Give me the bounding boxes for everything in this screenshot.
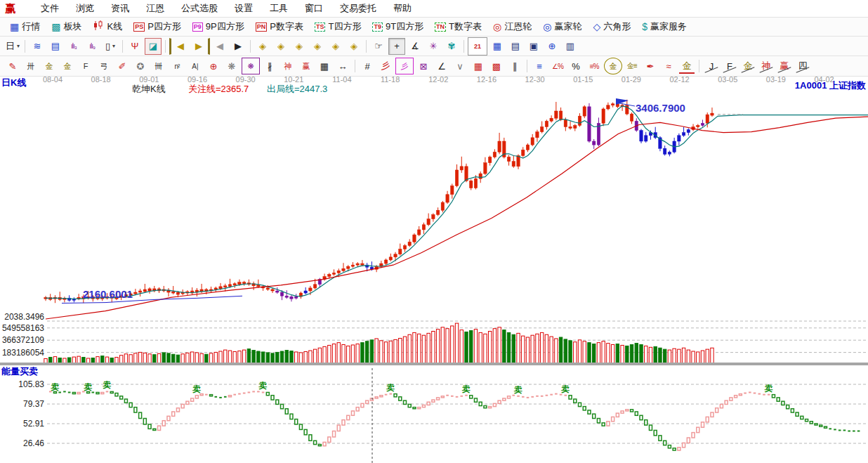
angle-lines-tool[interactable]: ∠ [433,58,450,74]
win-angle-tool[interactable]: 赢 [776,58,793,74]
width-arrows-tool[interactable]: ↔ [334,58,351,74]
gold-levels-tool[interactable]: 金≡ [624,58,640,74]
percent-levels-tool[interactable]: ≡% [586,58,603,74]
cloud-tool-icon[interactable]: ✾ [443,38,460,55]
percent-slope-tool[interactable]: ∠% [549,58,566,74]
info-list-icon[interactable]: ▤ [47,38,64,55]
report-icon[interactable]: ▤ [507,38,524,55]
hand-tool-icon[interactable]: ☞ [370,38,387,55]
marker-pen-tool[interactable]: ✒ [642,58,659,74]
diamond-cross-icon[interactable]: ◈ [327,38,344,55]
gold-underline-tool[interactable]: 金 [678,58,695,74]
grid-red-tool[interactable]: ▦ [470,58,487,74]
quickbar-t-number[interactable]: TNT数字表 [429,18,487,35]
diamond-left-icon[interactable]: ◈ [254,38,271,55]
n2-ruler-tool[interactable]: n² [169,58,185,74]
trend-lines-icon[interactable]: ≋ [29,38,46,55]
volume-bar [687,350,690,365]
wave9-chart-icon[interactable]: ılı₉ [84,38,100,55]
parallels-tool[interactable]: ∥ [506,58,523,74]
quickbar-sectors[interactable]: ▩板块 [46,18,87,35]
gold-angle-tool[interactable]: 金 [739,58,756,74]
period-day-selector[interactable]: 日 [4,38,21,55]
quickbar-quotes[interactable]: ▦行情 [4,18,46,35]
bow-ruler-tool[interactable]: 弓 [96,58,112,74]
diamond-spread-icon[interactable]: ◈ [291,38,308,55]
four-angle-tool[interactable]: 四 [794,58,811,74]
volume-bar [460,330,463,365]
menu-item-help[interactable]: 帮助 [385,0,420,17]
quickbar-9t-square[interactable]: T99T四方形 [367,18,429,35]
calendar-icon[interactable]: 21 [468,37,487,56]
web-tool[interactable]: ❋ [223,58,240,74]
quickbar-t-square[interactable]: TST四方形 [309,18,367,35]
oscillator-dash [541,396,544,397]
quickbar-gann-wheel[interactable]: ◎江恩轮 [487,18,537,35]
gold-circle-tool[interactable]: 金 [604,58,622,74]
scale-list-tool[interactable]: ≡ [531,58,548,74]
printer-icon[interactable]: ▥ [562,38,579,55]
crosshair-tool-icon[interactable]: + [388,38,405,55]
menu-item-trade[interactable]: 交易委托 [331,0,385,17]
volume-panel-icon[interactable]: ◪ [145,38,162,55]
oscillator-dash [517,396,520,397]
save-icon[interactable]: ▣ [525,38,542,55]
menu-item-settings[interactable]: 设置 [226,0,261,17]
fan-box-tool[interactable]: 彡 [395,58,414,74]
diamond-move-icon[interactable]: ◈ [346,38,362,55]
quickbar-hexagon[interactable]: ◇六角形 [587,18,636,35]
gold-ruler2-tool[interactable]: 金 [59,58,76,74]
calculator-icon[interactable]: ▦ [489,38,506,55]
quickbar-9p-square[interactable]: P99P四方形 [187,18,250,35]
tick-ruler-tool[interactable]: 卌 [150,58,167,74]
quickbar-winner-wheel[interactable]: ◎赢家轮 [537,18,587,35]
mirror-a-tool[interactable]: A∣ [187,58,204,74]
god-ruler-tool[interactable]: 神 [280,58,296,74]
quickbar-p-square[interactable]: PSP四方形 [128,18,187,35]
gann-figure-icon[interactable]: Ψ [126,38,143,55]
angle-measure-icon[interactable]: ∡ [407,38,423,55]
candle-style-icon[interactable]: ▯ [102,38,119,55]
next-bar-icon[interactable]: ▶ [230,38,246,55]
god-angle-tool[interactable]: 神 [758,58,775,74]
menu-item-file[interactable]: 文件 [32,0,67,17]
circle-gauge-tool[interactable]: ✪ [132,58,149,74]
first-bar-icon[interactable]: ◀ [169,38,189,55]
brush-knife-tool[interactable]: ✎ [4,58,21,74]
win-ruler-tool[interactable]: 赢 [298,58,315,74]
gann-target-tool[interactable]: ⊕ [205,58,222,74]
j-angle-tool[interactable]: J [703,58,720,74]
gold-ruler1-tool[interactable]: 金 [41,58,58,74]
menu-item-formula-picker[interactable]: 公式选股 [173,0,226,17]
export-icon[interactable]: ⊕ [544,38,560,55]
menu-item-browse[interactable]: 浏览 [67,0,103,17]
menu-item-gann[interactable]: 江恩 [138,0,173,17]
tick-marks-tool[interactable]: ∦ [261,58,278,74]
volume-bar [602,341,605,365]
fan-lines-tool[interactable]: 彡 [377,58,394,74]
corner-box-tool[interactable]: # [359,58,376,74]
diamond-right-icon[interactable]: ◈ [272,38,289,55]
quickbar-p-number[interactable]: PNP数字表 [250,18,309,35]
ray-box-tool[interactable]: ⊠ [415,58,432,74]
ruler-comb-tool[interactable]: 卅 [22,58,39,74]
menu-item-news[interactable]: 资讯 [103,0,138,17]
grid-123-tool[interactable]: ▦ [316,58,333,74]
web-box-tool[interactable]: ❋ [242,58,260,74]
menu-item-window[interactable]: 窗口 [296,0,331,17]
percent-tool[interactable]: % [567,58,584,74]
f-angle-tool[interactable]: F [721,58,738,74]
grid-chart-tool[interactable]: ▩ [488,58,505,74]
diamond-compress-icon[interactable]: ◈ [309,38,326,55]
quickbar-winner-service[interactable]: $赢家服务 [636,18,692,35]
last-bar-icon[interactable]: ▶ [190,38,210,55]
quickbar-kline[interactable]: K线 [87,18,128,35]
wave3-chart-icon[interactable]: ılı₃ [65,38,82,55]
wave-cross-tool[interactable]: ≈ [660,58,677,74]
red-brush-tool[interactable]: ✐ [114,58,131,74]
gann-star-icon[interactable]: ✳ [425,38,442,55]
f-ruler-tool[interactable]: F [77,58,94,74]
prev-bar-icon[interactable]: ◀ [211,38,228,55]
v-waves-tool[interactable]: ∨ [452,58,468,74]
menu-item-tools[interactable]: 工具 [261,0,296,17]
